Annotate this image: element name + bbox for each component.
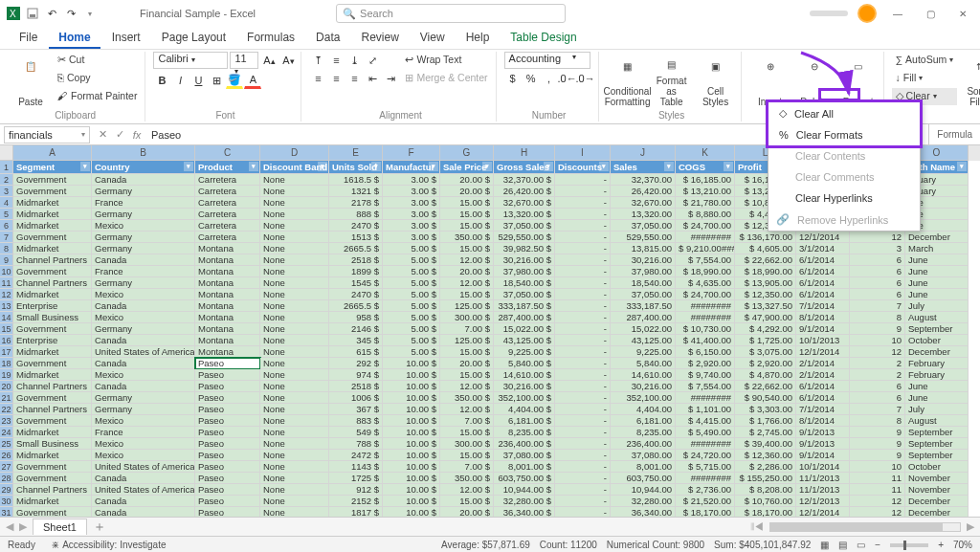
table-header-cell[interactable]: Manufactur▾	[383, 161, 440, 174]
table-cell[interactable]: Mexico	[92, 220, 195, 232]
table-cell[interactable]: Paseo	[195, 404, 260, 415]
table-cell[interactable]: September	[905, 427, 969, 438]
table-cell[interactable]: Canada	[92, 254, 195, 266]
save-icon[interactable]	[25, 6, 40, 21]
table-cell[interactable]: None	[260, 484, 329, 496]
fill-button[interactable]: ↓Fill▾	[892, 70, 958, 87]
table-cell[interactable]: 32,670.00	[611, 197, 676, 209]
table-cell[interactable]: 2	[850, 358, 905, 369]
table-cell[interactable]: 10.00 $	[383, 461, 440, 473]
table-cell[interactable]: 32,370.00	[611, 174, 676, 186]
table-cell[interactable]: 9	[850, 450, 905, 461]
table-cell[interactable]: 603,750.00 $	[494, 473, 555, 484]
table-cell[interactable]: Montana	[195, 346, 260, 358]
table-cell[interactable]: 32,280.00 $	[494, 496, 555, 507]
table-cell[interactable]: Midmarket	[13, 209, 92, 220]
table-cell[interactable]: Enterprise	[13, 335, 92, 346]
table-cell[interactable]: Mexico	[92, 312, 195, 323]
table-cell[interactable]: Midmarket	[13, 427, 92, 438]
table-cell[interactable]: 32,370.00 $	[494, 174, 555, 186]
redo-icon[interactable]: ↷	[63, 6, 78, 21]
table-cell[interactable]: 1618.5 $	[329, 174, 383, 186]
table-header-cell[interactable]: COGS▾	[676, 161, 735, 174]
table-cell[interactable]: None	[260, 358, 329, 369]
zoom-slider[interactable]	[890, 543, 928, 547]
tab-prev-button[interactable]: ◀	[6, 520, 13, 533]
table-cell[interactable]: 345 $	[329, 335, 383, 346]
table-cell[interactable]: Government	[13, 473, 92, 484]
table-cell[interactable]: Channel Partners	[13, 404, 92, 415]
table-cell[interactable]: Carretera	[195, 209, 260, 220]
table-cell[interactable]: Paseo	[195, 427, 260, 438]
table-cell[interactable]: 7/1/2014	[796, 300, 850, 312]
table-cell[interactable]: None	[260, 404, 329, 415]
table-cell[interactable]: Montana	[195, 254, 260, 266]
menu-tab-help[interactable]: Help	[457, 28, 500, 49]
table-cell[interactable]: $ 1,725.00	[735, 335, 796, 346]
table-cell[interactable]: 352,100.00 $	[494, 392, 555, 404]
table-cell[interactable]: 12.00 $	[440, 484, 494, 496]
table-cell[interactable]: $ 4,635.00	[676, 277, 735, 289]
table-cell[interactable]: 12	[850, 507, 905, 517]
table-cell[interactable]: 13,320.00	[611, 209, 676, 220]
table-cell[interactable]: 125.00 $	[440, 335, 494, 346]
table-cell[interactable]: 5.00 $	[383, 323, 440, 335]
table-cell[interactable]: 1817 $	[329, 507, 383, 517]
table-cell[interactable]: France	[92, 427, 195, 438]
view-page-button[interactable]: ▤	[838, 540, 847, 550]
row-header[interactable]: 7	[0, 232, 13, 243]
table-cell[interactable]: 20.00 $	[440, 266, 494, 277]
row-header[interactable]: 19	[0, 369, 13, 381]
table-cell[interactable]: Canada	[92, 174, 195, 186]
table-cell[interactable]: 37,050.00	[611, 220, 676, 232]
table-cell[interactable]: ########	[676, 232, 735, 243]
maximize-button[interactable]: ▢	[919, 4, 942, 23]
table-cell[interactable]: 20.00 $	[440, 507, 494, 517]
table-cell[interactable]: $ 8,880.00	[676, 209, 735, 220]
filter-dropdown-icon[interactable]: ▾	[184, 162, 193, 171]
font-size-select[interactable]: 11 ▾	[230, 52, 258, 69]
table-cell[interactable]: None	[260, 232, 329, 243]
table-cell[interactable]: December	[905, 232, 969, 243]
table-cell[interactable]: ########	[676, 438, 735, 450]
table-cell[interactable]: None	[260, 369, 329, 381]
table-cell[interactable]: Canada	[92, 473, 195, 484]
table-cell[interactable]: June	[905, 381, 969, 392]
sheet-tab[interactable]: Sheet1	[33, 519, 87, 535]
table-cell[interactable]: None	[260, 507, 329, 517]
table-cell[interactable]: Montana	[195, 289, 260, 300]
table-cell[interactable]: 12.00 $	[440, 277, 494, 289]
table-cell[interactable]: Government	[13, 415, 92, 427]
table-cell[interactable]: 9/1/2013	[796, 438, 850, 450]
zoom-level[interactable]: 70%	[953, 540, 972, 550]
table-cell[interactable]: 12/1/2014	[796, 507, 850, 517]
table-cell[interactable]: 5.00 $	[383, 312, 440, 323]
table-cell[interactable]: $ 16,185.00	[676, 174, 735, 186]
table-cell[interactable]: Government	[13, 266, 92, 277]
filter-dropdown-icon[interactable]: ▾	[664, 162, 674, 171]
table-cell[interactable]: Canada	[92, 335, 195, 346]
table-cell[interactable]: 2146 $	[329, 323, 383, 335]
table-cell[interactable]: 7.00 $	[440, 323, 494, 335]
table-cell[interactable]: 1725 $	[329, 473, 383, 484]
table-cell[interactable]: 352,100.00	[611, 392, 676, 404]
table-cell[interactable]: $ 1,766.00	[735, 415, 796, 427]
table-cell[interactable]: -	[555, 174, 611, 186]
table-cell[interactable]: Montana	[195, 323, 260, 335]
table-cell[interactable]: ########	[676, 392, 735, 404]
table-cell[interactable]: 1513 $	[329, 232, 383, 243]
column-header[interactable]: C	[195, 145, 260, 161]
row-header[interactable]: 5	[0, 209, 13, 220]
table-cell[interactable]: 1899 $	[329, 266, 383, 277]
table-cell[interactable]: 529,550.00	[611, 232, 676, 243]
table-cell[interactable]: Germany	[92, 186, 195, 197]
table-cell[interactable]: Channel Partners	[13, 277, 92, 289]
table-cell[interactable]: 2518 $	[329, 254, 383, 266]
table-cell[interactable]: $ 4,415.00	[676, 415, 735, 427]
table-cell[interactable]: 30,216.00 $	[494, 254, 555, 266]
table-cell[interactable]: -	[555, 415, 611, 427]
zoom-out-button[interactable]: −	[875, 540, 880, 550]
sort-filter-button[interactable]: ⇅Sort & Filter	[959, 52, 980, 109]
table-cell[interactable]: 11/1/2013	[796, 484, 850, 496]
table-cell[interactable]: -	[555, 300, 611, 312]
